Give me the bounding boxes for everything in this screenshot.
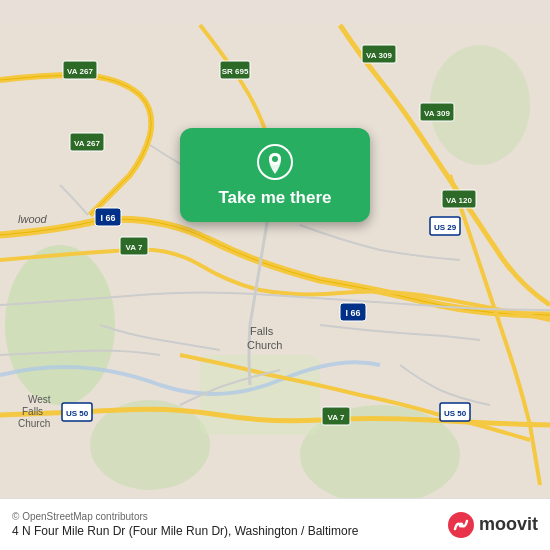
svg-text:US 29: US 29 [434,223,457,232]
moovit-text: moovit [479,514,538,535]
info-bar-left: © OpenStreetMap contributors 4 N Four Mi… [12,511,447,538]
svg-text:I 66: I 66 [345,308,360,318]
svg-text:West: West [28,394,51,405]
svg-text:Church: Church [247,339,282,351]
svg-point-1 [5,245,115,405]
svg-text:US 50: US 50 [66,409,89,418]
svg-text:VA 267: VA 267 [74,139,100,148]
svg-text:VA 120: VA 120 [446,196,472,205]
moovit-logo: moovit [447,511,538,539]
svg-text:I 66: I 66 [100,213,115,223]
svg-text:Falls: Falls [22,406,43,417]
info-bar: © OpenStreetMap contributors 4 N Four Mi… [0,498,550,550]
copyright-text: © OpenStreetMap contributors [12,511,447,522]
svg-text:VA 267: VA 267 [67,67,93,76]
moovit-icon [447,511,475,539]
svg-text:lwood: lwood [18,213,48,225]
map-container: I 66 I 66 VA 267 VA 267 SR 695 VA 309 VA… [0,0,550,550]
svg-text:VA 309: VA 309 [366,51,392,60]
svg-text:VA 7: VA 7 [126,243,143,252]
svg-text:Falls: Falls [250,325,274,337]
pin-card: Take me there [180,128,370,222]
svg-text:Church: Church [18,418,50,429]
location-pin-icon [257,144,293,180]
address-text: 4 N Four Mile Run Dr (Four Mile Run Dr),… [12,524,447,538]
take-me-there-button[interactable]: Take me there [218,188,331,208]
svg-text:SR 695: SR 695 [222,67,249,76]
svg-text:US 50: US 50 [444,409,467,418]
map-svg: I 66 I 66 VA 267 VA 267 SR 695 VA 309 VA… [0,0,550,550]
svg-text:VA 309: VA 309 [424,109,450,118]
svg-text:VA 7: VA 7 [328,413,345,422]
svg-point-40 [272,156,278,162]
svg-point-42 [458,522,463,527]
